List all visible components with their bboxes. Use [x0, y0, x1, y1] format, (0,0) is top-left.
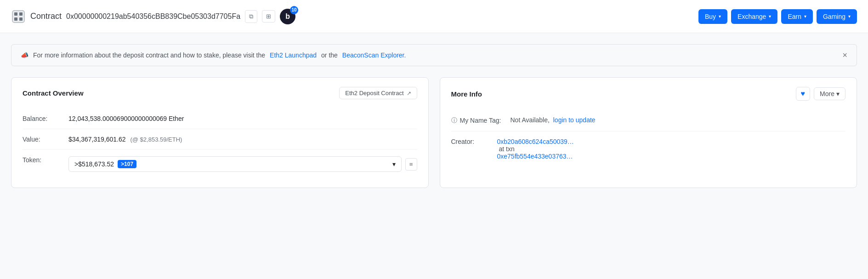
balance-value: 12,043,538.000069000000000069 Ether — [68, 115, 417, 122]
name-tag-row: ⓘ My Name Tag: Not Available, login to u… — [451, 110, 846, 131]
alert-content: 📣 For more information about the deposit… — [21, 51, 406, 59]
value-content: $34,367,319,601.62 (@ $2,853.59/ETH) — [68, 136, 417, 143]
balance-row: Balance: 12,043,538.000069000000000069 E… — [23, 108, 417, 129]
main-content: 📣 For more information about the deposit… — [0, 33, 868, 199]
creator-row: Creator: 0xb20a608c624ca50039… at txn 0x… — [451, 131, 846, 166]
more-chevron-icon: ▾ — [836, 90, 840, 97]
copy-icon: ⧉ — [249, 13, 253, 20]
more-info-title: More Info — [451, 90, 482, 98]
page-header: Contract 0x00000000219ab540356cBB839Cbe0… — [0, 0, 868, 33]
svg-rect-4 — [19, 17, 23, 21]
creator-address-link[interactable]: 0xb20a608c624ca50039… — [497, 138, 846, 145]
favorite-button[interactable]: ♥ — [796, 87, 811, 101]
creator-label: Creator: — [451, 138, 488, 145]
alert-banner: 📣 For more information about the deposit… — [11, 44, 857, 66]
svg-rect-2 — [19, 12, 23, 16]
gaming-button[interactable]: Gaming ▾ — [817, 9, 857, 24]
buy-chevron-icon: ▾ — [719, 14, 721, 19]
contract-label: Contract — [30, 11, 62, 21]
contract-overview-header: Contract Overview Eth2 Deposit Contract … — [23, 87, 417, 99]
qr-code-button[interactable]: ⊞ — [262, 10, 275, 23]
b-wallet-container[interactable]: b 10 — [280, 9, 295, 24]
eth2-badge-label: Eth2 Deposit Contract — [345, 90, 403, 97]
external-link-icon: ↗ — [407, 90, 411, 97]
dropdown-chevron-icon: ▾ — [392, 160, 396, 168]
token-count-badge: >107 — [118, 160, 136, 168]
copy-address-button[interactable]: ⧉ — [245, 10, 257, 23]
exchange-chevron-icon: ▾ — [769, 14, 771, 19]
token-row: Token: >$518,673.52 >107 ▾ ≡ — [23, 150, 417, 178]
creator-txn-link[interactable]: 0xe75fb554e433e03763… — [497, 153, 846, 160]
more-dropdown-button[interactable]: More ▾ — [814, 87, 845, 100]
eth2-launchpad-link[interactable]: Eth2 Launchpad — [270, 51, 317, 59]
eth2-deposit-badge[interactable]: Eth2 Deposit Contract ↗ — [339, 87, 417, 99]
grid-icon: ⊞ — [266, 13, 271, 20]
alert-text-before: For more information about the deposit c… — [33, 51, 265, 59]
token-row-value: >$518,673.52 >107 ▾ ≡ — [68, 156, 417, 172]
svg-rect-1 — [14, 12, 17, 16]
token-dropdown-left: >$518,673.52 >107 — [74, 160, 136, 168]
login-to-update-link[interactable]: login to update — [553, 116, 596, 124]
value-row: Value: $34,367,319,601.62 (@ $2,853.59/E… — [23, 129, 417, 150]
svg-rect-3 — [14, 17, 17, 21]
earn-button[interactable]: Earn ▾ — [781, 9, 813, 24]
alert-close-button[interactable]: × — [842, 51, 847, 59]
value-secondary: (@ $2,853.59/ETH) — [130, 136, 182, 143]
value-primary: $34,367,319,601.62 — [68, 136, 126, 143]
gaming-chevron-icon: ▾ — [848, 14, 851, 19]
token-menu-button[interactable]: ≡ — [405, 158, 417, 171]
token-value: >$518,673.52 — [74, 160, 114, 168]
beaconscan-link[interactable]: BeaconScan Explorer. — [342, 51, 406, 59]
contract-icon — [11, 9, 26, 24]
more-info-card: More Info ♥ More ▾ ⓘ My Name Tag: — [440, 77, 857, 188]
earn-chevron-icon: ▾ — [804, 14, 806, 19]
exchange-button[interactable]: Exchange ▾ — [731, 9, 777, 24]
help-circle-icon[interactable]: ⓘ — [451, 116, 457, 125]
tag-unavailable: Not Available, — [511, 116, 550, 124]
notification-badge: 10 — [290, 6, 298, 14]
more-label: More — [820, 90, 834, 97]
svg-rect-0 — [12, 11, 24, 23]
token-label: Token: — [23, 156, 59, 164]
more-info-actions: ♥ More ▾ — [796, 87, 845, 101]
megaphone-icon: 📣 — [21, 51, 28, 59]
alert-text-middle: or the — [321, 51, 338, 59]
name-tag-label: ⓘ My Name Tag: — [451, 116, 501, 125]
menu-icon: ≡ — [409, 161, 413, 168]
balance-label: Balance: — [23, 115, 59, 122]
contract-overview-title: Contract Overview — [23, 89, 84, 97]
cards-row: Contract Overview Eth2 Deposit Contract … — [11, 77, 857, 188]
more-info-header: More Info ♥ More ▾ — [451, 87, 846, 101]
name-tag-value: Not Available, login to update — [511, 116, 846, 124]
value-label: Value: — [23, 136, 59, 143]
heart-icon: ♥ — [801, 90, 806, 97]
buy-button[interactable]: Buy ▾ — [698, 9, 727, 24]
contract-address: 0x00000000219ab540356cBB839Cbe05303d7705… — [66, 12, 240, 21]
token-dropdown[interactable]: >$518,673.52 >107 ▾ — [68, 156, 402, 172]
contract-overview-card: Contract Overview Eth2 Deposit Contract … — [11, 77, 429, 188]
header-nav-buttons: Buy ▾ Exchange ▾ Earn ▾ Gaming ▾ — [698, 9, 857, 24]
creator-at-text: at txn — [499, 145, 515, 153]
header-left: Contract 0x00000000219ab540356cBB839Cbe0… — [11, 9, 295, 24]
creator-value: 0xb20a608c624ca50039… at txn 0xe75fb554e… — [497, 138, 846, 160]
